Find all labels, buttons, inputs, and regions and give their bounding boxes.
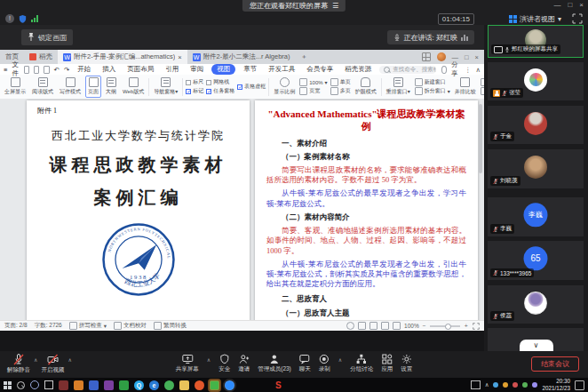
page-width-button[interactable]: 页宽: [299, 88, 327, 95]
read-layout-button[interactable]: 阅读版式: [30, 76, 55, 97]
share-button[interactable]: 分享: [451, 60, 460, 78]
ime-icon[interactable]: [471, 380, 481, 389]
status-outline-view-icon[interactable]: [381, 322, 389, 330]
menu-references[interactable]: 引用: [162, 65, 182, 74]
share-screen-button[interactable]: 共享屏幕: [176, 354, 199, 373]
zoom-value-button[interactable]: 100%▾: [299, 79, 327, 86]
marks-checkbox[interactable]: 标记: [186, 88, 203, 95]
zoom-slider[interactable]: [430, 325, 460, 327]
command-search-input[interactable]: 查找命令、搜索模板: [379, 66, 436, 74]
cloud-sync-icon[interactable]: [441, 66, 448, 74]
task-pane-checkbox[interactable]: 任务窗格: [206, 88, 234, 95]
manage-members-button[interactable]: 管理成员(23): [258, 354, 291, 373]
side-by-side-button[interactable]: 并排比较: [453, 76, 478, 97]
tray-icon-1[interactable]: [493, 382, 498, 388]
document-canvas[interactable]: 附件 1 西北工业大学数学与统计学院 课程思政教学素材 案例汇编 NORTHWE…: [0, 99, 484, 320]
file-explorer-icon[interactable]: [179, 380, 189, 390]
app-icon-6[interactable]: [164, 380, 174, 390]
single-page-button[interactable]: 单页: [330, 79, 351, 86]
tray-icon-2[interactable]: [503, 382, 508, 388]
zoom-ratio-button[interactable]: 显示比例: [272, 76, 297, 97]
tab-doc2[interactable]: W 附件2-最小二乘法...r Algebra): [187, 50, 296, 64]
write-mode-button[interactable]: 写作模式: [58, 76, 83, 97]
tab-doc1-close-icon[interactable]: ×: [178, 53, 181, 61]
view-mode-button[interactable]: 演讲者视图 ▾: [509, 13, 561, 24]
menu-member[interactable]: 会员专享: [303, 65, 337, 74]
workspace-grid-icon[interactable]: [422, 52, 431, 61]
end-meeting-button[interactable]: 结束会议: [531, 356, 579, 372]
wechat-icon[interactable]: [210, 380, 219, 390]
app-icon-5[interactable]: [119, 380, 129, 390]
spell-check-button[interactable]: 拼写检查▾: [69, 322, 107, 330]
rearrange-windows-button[interactable]: 重排窗口▾: [385, 76, 412, 97]
record-button[interactable]: 录制: [319, 354, 330, 373]
security-button[interactable]: 安全: [219, 354, 230, 373]
unmute-options-icon[interactable]: ∧: [34, 356, 37, 363]
eye-mode-button[interactable]: 护眼模式: [354, 76, 378, 97]
document-page-1[interactable]: 附件 1 西北工业大学数学与统计学院 课程思政教学素材 案例汇编 NORTHWE…: [27, 100, 250, 320]
q-browser-icon[interactable]: Q: [134, 380, 144, 390]
meeting-shield-icon[interactable]: [18, 14, 28, 24]
fullscreen-view-button[interactable]: 全屏显示: [3, 76, 28, 97]
status-web-view-icon[interactable]: [393, 322, 401, 330]
zoom-in-icon[interactable]: ＋: [464, 322, 470, 330]
status-page-view-icon[interactable]: [369, 322, 377, 330]
cortana-icon[interactable]: [30, 380, 39, 389]
unmute-button[interactable]: 解除静音: [7, 354, 30, 374]
minimize-icon[interactable]: —: [553, 1, 560, 9]
multi-page-button[interactable]: 多页: [330, 88, 351, 95]
collapse-ribbon-icon[interactable]: ∧: [476, 66, 481, 74]
ruler-checkbox[interactable]: 标尺: [186, 79, 203, 86]
status-read-mode-icon[interactable]: [358, 322, 366, 330]
participant-tile[interactable]: 侯蕊: [488, 285, 584, 324]
menu-store-res[interactable]: 稻壳资源: [341, 65, 375, 74]
undo-icon[interactable]: ↶: [54, 66, 60, 74]
menu-start[interactable]: 开始: [74, 65, 94, 74]
collapse-sidebar-button[interactable]: ∨: [520, 340, 553, 351]
preview-icon[interactable]: [44, 66, 49, 74]
app-icon-7[interactable]: [195, 380, 204, 390]
split-window-button[interactable]: 拆分窗口▾: [415, 88, 450, 95]
more-icon[interactable]: ⋮: [465, 66, 472, 74]
taskbar-clock[interactable]: 20:30 2021/12/23: [542, 378, 570, 391]
app-icon-2[interactable]: [74, 380, 83, 390]
nav-pane-button[interactable]: 导航窗格▾: [152, 76, 179, 97]
redo-icon[interactable]: ↷: [64, 66, 69, 74]
lock-screen-button[interactable]: 锁定画面: [21, 29, 73, 45]
status-fullscreen-icon[interactable]: [473, 323, 480, 330]
page-view-button[interactable]: 页面: [85, 76, 101, 98]
record-options-icon[interactable]: ∧: [338, 356, 342, 373]
participant-tile[interactable]: 刘晓茂: [488, 149, 584, 188]
meeting-info-icon[interactable]: !: [5, 14, 14, 23]
tray-expand-icon[interactable]: ∧: [485, 381, 489, 388]
menu-review[interactable]: 审阅: [187, 65, 207, 74]
tray-icon-4[interactable]: [522, 382, 528, 388]
new-window-button[interactable]: 新建窗口: [415, 79, 450, 86]
status-eye-mode-icon[interactable]: [346, 322, 354, 330]
start-button[interactable]: [4, 381, 12, 389]
tray-icon-5[interactable]: [532, 382, 537, 388]
close-icon[interactable]: ×: [579, 1, 584, 9]
app-icon-1[interactable]: [59, 380, 68, 390]
file-menu[interactable]: 文件: [12, 60, 20, 78]
start-video-button[interactable]: 开启视频: [41, 354, 64, 374]
maximize-icon[interactable]: □: [568, 1, 572, 9]
participant-tile[interactable]: 张莹: [488, 62, 584, 100]
convert-button[interactable]: 繁简转换: [154, 322, 187, 330]
menu-dev-tools[interactable]: 开发工具: [265, 65, 298, 74]
new-tab-button[interactable]: ＋: [296, 50, 314, 64]
participant-tile[interactable]: 65 133****3965: [488, 241, 584, 280]
web-layout-button[interactable]: Web版式: [121, 76, 146, 97]
chat-button[interactable]: 聊天: [299, 354, 311, 373]
document-scrollbar[interactable]: [479, 104, 482, 173]
apps-button[interactable]: 应用: [381, 354, 393, 373]
participant-tile[interactable]: 郑红映的屏幕共享: [488, 25, 584, 58]
share-options-icon[interactable]: ∧: [207, 356, 211, 373]
action-center-icon[interactable]: [575, 380, 584, 390]
print-icon[interactable]: [34, 66, 39, 74]
app-icon-3[interactable]: [89, 380, 99, 390]
status-zoom-value[interactable]: 100%: [404, 323, 419, 329]
app-icon-4[interactable]: [104, 380, 114, 390]
participant-tile[interactable]: 李巍 李巍: [488, 197, 584, 236]
banner-menu-icon[interactable]: ☰: [332, 0, 338, 12]
